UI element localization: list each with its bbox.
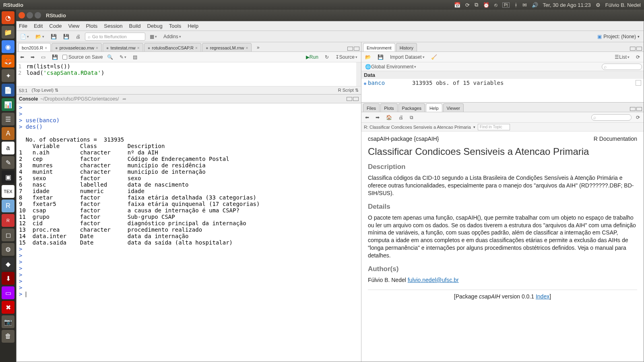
window-close-button[interactable] [19,12,25,19]
addins-button[interactable]: Addins [161,33,183,41]
print-icon[interactable]: 🖨 [396,113,405,121]
window-maximize-button[interactable] [35,12,41,19]
source-tab[interactable]: bcn2016.R× [18,43,51,51]
chrome-icon[interactable]: ◉ [2,40,14,53]
save-button[interactable]: 💾 [49,33,59,41]
window-titlebar[interactable]: RStudio [16,10,644,21]
environment-scope[interactable]: 🌐 Global Environment [363,63,418,71]
pane-minimize-icon[interactable] [630,47,636,51]
save-all-button[interactable]: 💾 [61,33,71,41]
popup-icon[interactable]: ⧉ [408,113,416,121]
help-search[interactable]: ⌕ [591,114,632,121]
writer-icon[interactable]: 📄 [2,84,14,97]
forward-icon[interactable]: ➡ [374,113,382,121]
source-on-save-checkbox[interactable] [62,55,67,60]
grid-button[interactable]: ▦ [148,33,159,41]
pane-maximize-icon[interactable] [636,47,642,51]
tab-help[interactable]: Help [426,103,442,112]
dash-icon[interactable]: ◔ [2,11,14,24]
pane-maximize-icon[interactable] [354,47,359,51]
app-icon-4[interactable]: ✎ [2,156,14,169]
calc-icon[interactable]: 📊 [2,98,14,111]
rerun-icon[interactable]: ↻ [323,53,331,61]
source-tab[interactable]: ●testestat.rnw× [103,43,143,51]
compile-icon[interactable]: ▤ [131,53,139,61]
terminal-icon[interactable]: ▣ [2,171,14,183]
app-icon-2[interactable]: ☰ [2,113,14,125]
save-workspace-icon[interactable]: 💾 [376,53,386,61]
new-file-button[interactable]: 📄 [18,33,31,41]
refresh-icon[interactable]: ⟳ [634,113,642,121]
wand-icon[interactable]: ✎ [118,53,128,61]
clock-text[interactable]: Ter, 30 de Ago 11:23 [543,2,591,8]
app-icon-8[interactable]: ▭ [2,286,14,299]
sound-icon[interactable]: 🔊 [532,2,538,8]
menu-build[interactable]: Build [129,23,141,29]
pane-minimize-icon[interactable] [630,107,636,111]
user-name[interactable]: Fúlvio B. Nedel [605,2,641,8]
files-icon[interactable]: 📁 [2,26,14,39]
menu-help[interactable]: Help [188,23,198,29]
app-icon-7[interactable]: ⬇ [2,272,14,285]
pane-maximize-icon[interactable] [636,107,642,111]
menu-code[interactable]: Code [49,23,62,29]
index-link[interactable]: Index [536,293,549,300]
back-icon[interactable]: ⬅ [18,53,26,61]
chevron-down-icon[interactable]: ▾ [473,125,475,129]
gear-icon[interactable]: ⚙ [596,2,601,8]
language-mode[interactable]: R Script ⇅ [338,88,359,93]
tab-overflow-button[interactable]: » [254,43,262,51]
refresh-icon[interactable]: ⟳ [634,53,642,61]
keyboard-layout-indicator[interactable]: Pt [502,2,509,8]
open-file-button[interactable]: 📂 [33,33,46,41]
app-icon-6[interactable]: ◆ [2,257,14,270]
menu-debug[interactable]: Debug [147,23,162,29]
scrollbar[interactable] [356,62,361,86]
menu-tools[interactable]: Tools [169,23,181,29]
menu-session[interactable]: Session [104,23,122,29]
close-icon[interactable]: × [96,46,98,50]
alarm-icon[interactable]: ⏰ [483,2,489,8]
print-button[interactable]: 🖨 [74,33,83,41]
trash-icon[interactable]: 🗑 [2,330,14,343]
close-icon[interactable]: × [195,46,198,50]
app-icon-10[interactable]: 📷 [2,315,14,328]
show-in-new-window-icon[interactable]: ▭ [39,53,47,61]
forward-icon[interactable]: ➡ [29,53,37,61]
app-icon-1[interactable]: ✦ [2,69,14,82]
import-dataset-button[interactable]: Import Dataset [388,53,427,61]
source-tab[interactable]: ●regressaoLM.rnw× [202,43,252,51]
clear-workspace-icon[interactable]: 🧹 [429,53,439,61]
tex-icon[interactable]: TEX [2,185,14,198]
dropbox-icon[interactable]: ⧉ [475,2,478,8]
find-icon[interactable]: 🔍 [105,53,115,61]
goto-dir-icon[interactable]: ➦ [120,95,128,103]
help-breadcrumb[interactable]: R: Classificar Condicoes Sensiveis a Ate… [364,125,471,130]
load-workspace-icon[interactable]: 📂 [363,53,373,61]
home-icon[interactable]: 🏠 [384,113,394,121]
run-button[interactable]: ▶ Run [304,53,320,61]
tab-files[interactable]: Files [363,103,380,112]
pane-maximize-icon[interactable] [353,97,359,101]
tab-history[interactable]: History [396,43,417,51]
tab-viewer[interactable]: Viewer [443,103,464,112]
wifi-icon[interactable]: ⎋ [494,2,497,8]
view-mode-button[interactable]: ☰ List [613,53,632,61]
amazon-icon[interactable]: a [2,142,14,154]
environment-search[interactable]: ⌕ [602,64,642,70]
source-editor[interactable]: 12 rm(list=ls())load('csapSanta.RData') [17,62,361,86]
goto-file-input[interactable]: ⌕Go to file/function [85,33,145,41]
console-output[interactable]: >>> use(banco)> des() No. of observation… [17,103,361,362]
calendar-icon[interactable]: 📅 [454,2,460,8]
source-button[interactable]: ↧ Source [333,53,359,61]
close-icon[interactable]: × [137,46,140,50]
env-row[interactable]: banco 313935 obs. of 15 variables [361,79,644,87]
tab-environment[interactable]: Environment [363,43,395,51]
save-icon[interactable]: 💾 [50,53,60,61]
bluetooth-icon[interactable]: ᚼ [514,2,518,8]
project-selector[interactable]: ▣ Project: (None) ▾ [597,34,642,39]
close-icon[interactable]: × [45,46,47,50]
window-minimize-button[interactable] [27,12,33,19]
source-tab[interactable]: ●provaselecao.rnw× [52,43,102,51]
tab-packages[interactable]: Packages [398,103,425,112]
